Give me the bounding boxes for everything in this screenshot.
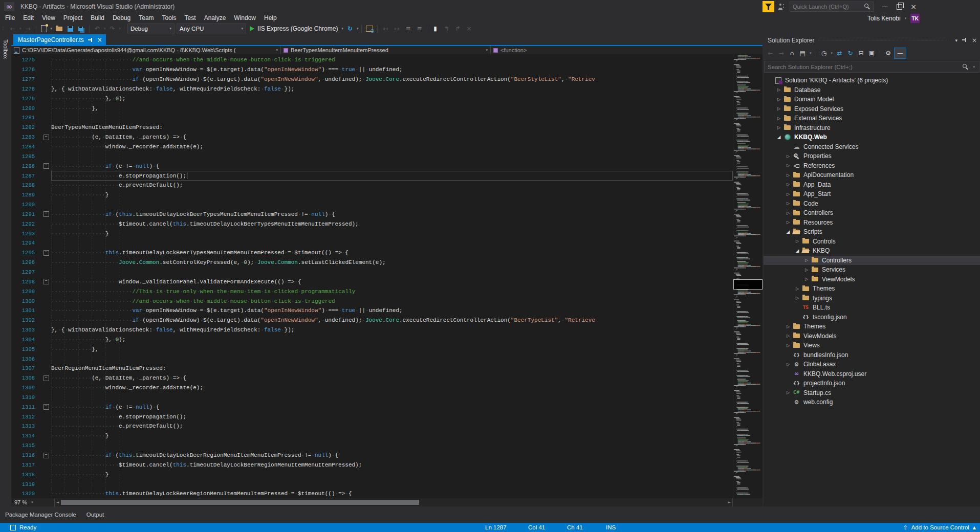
navigate-forward-icon[interactable]: → bbox=[776, 48, 786, 58]
chevron-collapsed-icon[interactable]: ▷ bbox=[793, 239, 801, 243]
chevron-collapsed-icon[interactable]: ▷ bbox=[775, 116, 783, 121]
breadcrumb-file-dropdown[interactable]: C:\DEV\IDE\Data\Generated\apostolis944@g… bbox=[11, 46, 281, 54]
chevron-collapsed-icon[interactable]: ▷ bbox=[793, 296, 801, 300]
chevron-collapsed-icon[interactable]: ▷ bbox=[784, 163, 792, 168]
code-line-1291[interactable]: 1291−················if·(this.timeoutDel… bbox=[11, 210, 733, 219]
minimap-scrollbar[interactable]: + bbox=[733, 54, 763, 498]
scroll-left-icon[interactable]: ◄ bbox=[56, 500, 59, 504]
chevron-collapsed-icon[interactable]: ▷ bbox=[784, 362, 792, 367]
code-line-1313[interactable]: 1313····················e.preventDefault… bbox=[11, 422, 733, 431]
tree-item-themes[interactable]: ▷Themes bbox=[764, 322, 980, 331]
tree-item-themes[interactable]: ▷Themes bbox=[764, 284, 980, 294]
home-icon[interactable]: ⌂ bbox=[787, 48, 797, 58]
tree-item-services[interactable]: ▷Services bbox=[764, 265, 980, 275]
indent-guides-icon[interactable]: ≡ bbox=[402, 24, 413, 34]
solution-search-input[interactable]: Search Solution Explorer (Ctrl+;) ▾ bbox=[764, 61, 979, 73]
tab-close-icon[interactable]: × bbox=[97, 37, 102, 42]
code-line-1299[interactable]: 1299························//This·is·tr… bbox=[11, 286, 733, 296]
menu-project[interactable]: Project bbox=[59, 13, 86, 23]
code-line-1312[interactable]: 1312····················e.stopPropagatio… bbox=[11, 412, 733, 422]
code-line-1282[interactable]: 1282BeerTypesMenuItemMenuItemPressed: bbox=[11, 123, 733, 132]
previous-bookmark-icon[interactable]: ↰ bbox=[441, 24, 452, 34]
tree-item-tsconfig-json[interactable]: tsconfig.json bbox=[764, 313, 980, 322]
pin-icon[interactable] bbox=[962, 37, 967, 43]
fold-toggle-icon[interactable]: − bbox=[43, 453, 49, 458]
tab-package-manager-console[interactable]: Package Manager Console bbox=[5, 512, 76, 518]
send-feedback-icon[interactable] bbox=[778, 3, 786, 11]
tree-item-controllers[interactable]: ▷Controllers bbox=[764, 256, 980, 265]
code-line-1278[interactable]: 1278},·{·withDataValidationsCheck:·false… bbox=[11, 84, 733, 94]
code-line-1314[interactable]: 1314················} bbox=[11, 431, 733, 441]
navigate-backward-icon[interactable]: ← bbox=[7, 24, 18, 34]
solution-platform-dropdown[interactable]: Any CPU▾ bbox=[177, 24, 246, 34]
menu-test[interactable]: Test bbox=[181, 13, 200, 23]
code-line-1298[interactable]: 1298−····················window._validat… bbox=[11, 277, 733, 286]
chevron-collapsed-icon[interactable]: ▷ bbox=[793, 286, 801, 291]
chevron-collapsed-icon[interactable]: ▷ bbox=[784, 154, 792, 159]
chevron-collapsed-icon[interactable]: ▷ bbox=[784, 343, 792, 348]
new-project-chevron-icon[interactable]: ▾ bbox=[50, 27, 54, 31]
tree-item-domain-model[interactable]: ▷Domain Model bbox=[764, 95, 980, 104]
menu-edit[interactable]: Edit bbox=[19, 13, 38, 23]
save-all-icon[interactable] bbox=[76, 24, 87, 34]
fold-toggle-icon[interactable]: − bbox=[43, 163, 49, 169]
tree-item-bundlesinfo-json[interactable]: bundlesInfo.json bbox=[764, 350, 980, 360]
chevron-collapsed-icon[interactable]: ▷ bbox=[775, 106, 783, 111]
code-line-1307[interactable]: 1307BeerRegionMenuItemMenuItemPressed: bbox=[11, 364, 733, 373]
code-line-1285[interactable]: 1285 bbox=[11, 151, 733, 161]
tree-item-code[interactable]: ▷Code bbox=[764, 199, 980, 209]
menu-tools[interactable]: Tools bbox=[158, 13, 181, 23]
tree-item-typings[interactable]: ▷typings bbox=[764, 294, 980, 303]
menu-debug[interactable]: Debug bbox=[108, 13, 135, 23]
avatar[interactable]: TK bbox=[910, 14, 920, 23]
navigate-back-code-icon[interactable]: ↤ bbox=[380, 24, 391, 34]
user-name[interactable]: Tolis Kenobi bbox=[867, 15, 901, 22]
fold-toggle-icon[interactable]: − bbox=[43, 375, 49, 381]
tree-item-kkbq-web[interactable]: ◢KKBQ.Web bbox=[764, 132, 980, 142]
code-line-1286[interactable]: 1286−················if·(e·!=·null)·{ bbox=[11, 161, 733, 171]
window-position-chevron-icon[interactable]: ▾ bbox=[955, 38, 957, 43]
whitespace-icon[interactable]: ≡ bbox=[413, 24, 425, 34]
code-line-1279[interactable]: 1279················},·0); bbox=[11, 94, 733, 103]
code-line-1276[interactable]: 1276························var·openInNe… bbox=[11, 65, 733, 75]
switch-views-icon[interactable]: ▤ bbox=[798, 48, 808, 58]
status-character[interactable]: Ch 41 bbox=[567, 524, 606, 530]
code-line-1302[interactable]: 1302························if·(openInNe… bbox=[11, 316, 733, 325]
properties-icon[interactable]: ⚙ bbox=[883, 48, 893, 58]
code-line-1305[interactable]: 1305············}, bbox=[11, 344, 733, 354]
tree-item-controls[interactable]: ▷Controls bbox=[764, 237, 980, 247]
horizontal-scrollbar[interactable]: ◄ ► bbox=[54, 498, 732, 506]
tab-masterpagecontroller[interactable]: MasterPageController.ts × bbox=[13, 34, 106, 45]
undo-icon[interactable]: ↶ bbox=[92, 24, 103, 34]
code-line-1297[interactable]: 1297 bbox=[11, 268, 733, 277]
chevron-collapsed-icon[interactable]: ▷ bbox=[784, 182, 792, 187]
tree-item-database[interactable]: ▷Database bbox=[764, 85, 980, 95]
quick-launch-input[interactable]: Quick Launch (Ctrl+Q) bbox=[790, 2, 874, 12]
chevron-collapsed-icon[interactable]: ▷ bbox=[784, 192, 792, 196]
code-line-1319[interactable]: 1319 bbox=[11, 479, 733, 489]
code-line-1295[interactable]: 1295−················this.timeoutDelayLo… bbox=[11, 248, 733, 258]
fold-toggle-icon[interactable]: − bbox=[43, 135, 49, 140]
chevron-collapsed-icon[interactable]: ▷ bbox=[784, 390, 792, 395]
navigate-backward-icon[interactable]: ← bbox=[766, 48, 775, 58]
chevron-expanded-icon[interactable]: ◢ bbox=[793, 248, 801, 253]
tree-item-properties[interactable]: ▷Properties bbox=[764, 151, 980, 161]
zoom-control[interactable]: 97 % ▾ bbox=[11, 498, 54, 506]
tree-item-app-start[interactable]: ▷App_Start bbox=[764, 189, 980, 199]
code-line-1277[interactable]: 1277························if·(openInNe… bbox=[11, 75, 733, 84]
status-insert-mode[interactable]: INS bbox=[606, 524, 634, 530]
show-all-files-icon[interactable]: ▣ bbox=[867, 48, 877, 58]
open-file-icon[interactable] bbox=[53, 24, 64, 34]
chevron-collapsed-icon[interactable]: ▷ bbox=[802, 258, 811, 262]
redo-chevron-icon[interactable]: ▾ bbox=[118, 27, 122, 31]
menu-help[interactable]: Help bbox=[260, 13, 281, 23]
code-line-1287[interactable]: 1287····················e.stopPropagatio… bbox=[11, 171, 733, 181]
chevron-collapsed-icon[interactable]: ▷ bbox=[775, 87, 783, 92]
chevron-collapsed-icon[interactable]: ▷ bbox=[775, 125, 783, 130]
sync-with-active-document-icon[interactable]: ⇄ bbox=[835, 48, 844, 58]
code-line-1288[interactable]: 1288····················e.preventDefault… bbox=[11, 181, 733, 190]
code-line-1301[interactable]: 1301························var·openInNe… bbox=[11, 306, 733, 316]
tree-item-references[interactable]: ▷References bbox=[764, 161, 980, 171]
code-line-1284[interactable]: 1284················window._recorder.add… bbox=[11, 142, 733, 152]
tree-item-viewmodels[interactable]: ▷ViewModels bbox=[764, 275, 980, 284]
